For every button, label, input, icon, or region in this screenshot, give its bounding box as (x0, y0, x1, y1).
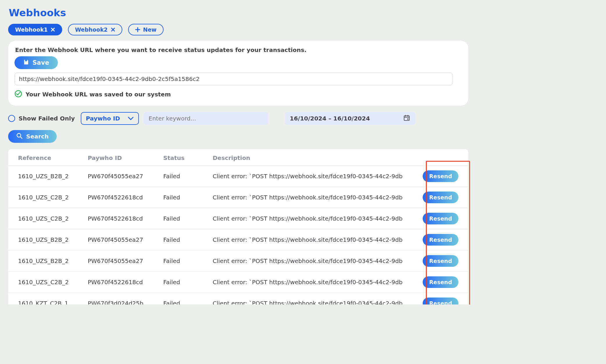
webhook-log-table: Reference Paywho ID Status Description 1… (8, 149, 468, 304)
webhook-url-input[interactable] (15, 73, 453, 85)
cell-description: Client error: `POST https://webhook.site… (213, 257, 415, 264)
cell-description: Client error: `POST https://webhook.site… (213, 173, 415, 180)
cell-description: Client error: `POST https://webhook.site… (213, 236, 415, 243)
resend-button[interactable]: Resend (423, 170, 458, 182)
table-row: 1610_KZT_C2B_1PW670f3d024d25bFailedClien… (8, 293, 468, 304)
table-row: 1610_UZS_B2B_2PW670f45055ea27FailedClien… (8, 229, 468, 251)
cell-status: Failed (163, 215, 213, 222)
cell-description: Client error: `POST https://webhook.site… (213, 194, 415, 201)
new-webhook-label: New (143, 26, 157, 33)
cell-status: Failed (163, 257, 213, 264)
save-button[interactable]: Save (15, 56, 58, 69)
calendar-icon (403, 114, 410, 123)
close-icon[interactable] (111, 27, 115, 32)
svg-rect-1 (404, 116, 409, 120)
table-row: 1610_UZS_C2B_2PW670f4522618cdFailedClien… (8, 187, 468, 208)
col-status: Status (163, 154, 213, 161)
cell-description: Client error: `POST https://webhook.site… (213, 279, 415, 286)
cell-status: Failed (163, 300, 213, 304)
search-button[interactable]: Search (8, 130, 57, 143)
webhook2-chip[interactable]: Webhook2 (68, 24, 122, 35)
resend-button[interactable]: Resend (423, 298, 458, 304)
resend-button[interactable]: Resend (423, 213, 458, 224)
cell-paywho-id: PW670f45055ea27 (88, 236, 163, 243)
chevron-down-icon (128, 115, 134, 122)
cell-status: Failed (163, 236, 213, 243)
table-header-row: Reference Paywho ID Status Description (8, 150, 468, 166)
date-range-picker[interactable]: 16/10/2024 – 16/10/2024 (285, 112, 415, 125)
col-reference: Reference (18, 154, 88, 161)
cell-status: Failed (163, 194, 213, 201)
col-paywho-id: Paywho ID (88, 154, 163, 161)
search-field-select[interactable]: Paywho ID (81, 112, 139, 125)
cell-description: Client error: `POST https://webhook.site… (213, 300, 415, 304)
table-row: 1610_UZS_C2B_2PW670f4522618cdFailedClien… (8, 272, 468, 293)
new-webhook-chip[interactable]: New (128, 24, 164, 35)
date-range-value: 16/10/2024 – 16/10/2024 (290, 115, 370, 122)
cell-description: Client error: `POST https://webhook.site… (213, 215, 415, 222)
resend-button[interactable]: Resend (423, 255, 458, 267)
search-icon (16, 133, 23, 140)
filter-row: Show Failed Only Paywho ID 16/10/2024 – … (8, 112, 468, 125)
save-button-label: Save (33, 59, 49, 66)
search-button-label: Search (26, 133, 49, 140)
keyword-input[interactable] (144, 112, 268, 125)
cell-reference: 1610_UZS_C2B_2 (18, 215, 88, 222)
saved-confirmation-text: Your Webhook URL was saved to our system (26, 91, 171, 98)
resend-button[interactable]: Resend (423, 192, 458, 203)
show-failed-only-toggle[interactable]: Show Failed Only (8, 115, 75, 122)
check-circle-icon (15, 90, 22, 99)
cell-paywho-id: PW670f3d024d25b (88, 300, 163, 304)
cell-status: Failed (163, 173, 213, 180)
cell-paywho-id: PW670f4522618cd (88, 279, 163, 286)
cell-reference: 1610_UZS_B2B_2 (18, 236, 88, 243)
save-icon (23, 59, 29, 66)
table-row: 1610_UZS_C2B_2PW670f4522618cdFailedClien… (8, 208, 468, 229)
col-description: Description (213, 154, 415, 161)
cell-paywho-id: PW670f4522618cd (88, 194, 163, 201)
cell-status: Failed (163, 279, 213, 286)
webhook1-chip-label: Webhook1 (15, 26, 48, 33)
panel-description: Enter the Webhook URL where you want to … (15, 46, 462, 53)
cell-paywho-id: PW670f4522618cd (88, 215, 163, 222)
show-failed-only-label: Show Failed Only (19, 115, 75, 122)
radio-icon (8, 115, 15, 122)
table-row: 1610_UZS_B2B_2PW670f45055ea27FailedClien… (8, 251, 468, 272)
resend-button[interactable]: Resend (423, 234, 458, 246)
webhook-chip-row: Webhook1 Webhook2 New (8, 24, 468, 35)
search-field-select-label: Paywho ID (86, 115, 120, 122)
cell-reference: 1610_UZS_C2B_2 (18, 194, 88, 201)
cell-reference: 1610_UZS_B2B_2 (18, 257, 88, 264)
cell-reference: 1610_UZS_C2B_2 (18, 279, 88, 286)
page-title: Webhooks (9, 7, 468, 19)
webhook-url-panel: Enter the Webhook URL where you want to … (8, 41, 468, 106)
close-icon[interactable] (51, 27, 55, 32)
table-row: 1610_UZS_B2B_2PW670f45055ea27FailedClien… (8, 166, 468, 187)
cell-reference: 1610_KZT_C2B_1 (18, 300, 88, 304)
webhook1-chip[interactable]: Webhook1 (8, 24, 62, 35)
cell-reference: 1610_UZS_B2B_2 (18, 173, 88, 180)
webhook2-chip-label: Webhook2 (75, 26, 107, 33)
resend-button[interactable]: Resend (423, 276, 458, 288)
svg-rect-2 (407, 118, 408, 120)
cell-paywho-id: PW670f45055ea27 (88, 173, 163, 180)
plus-icon (135, 27, 140, 32)
cell-paywho-id: PW670f45055ea27 (88, 257, 163, 264)
